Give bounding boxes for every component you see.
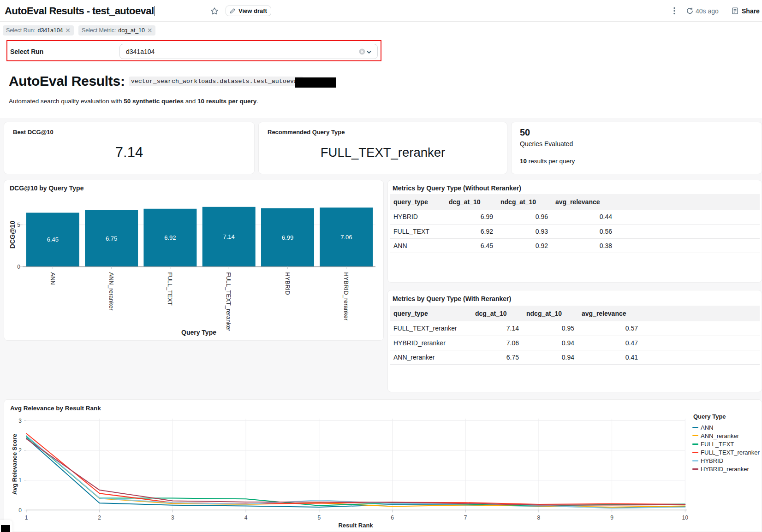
svg-text:9: 9 xyxy=(610,514,613,521)
svg-text:6.92: 6.92 xyxy=(164,234,176,241)
svg-text:2: 2 xyxy=(98,514,101,521)
svg-text:8: 8 xyxy=(537,514,541,521)
svg-text:2: 2 xyxy=(18,447,22,454)
svg-text:FULL_TEXT_reranker: FULL_TEXT_reranker xyxy=(225,272,232,332)
svg-text:3: 3 xyxy=(171,514,174,521)
svg-text:0: 0 xyxy=(17,264,20,270)
svg-text:6.99: 6.99 xyxy=(282,234,293,241)
svg-text:4: 4 xyxy=(244,514,248,521)
svg-text:1: 1 xyxy=(25,514,28,521)
svg-text:5: 5 xyxy=(17,222,20,228)
svg-text:6: 6 xyxy=(391,514,394,521)
svg-text:Result Rank: Result Rank xyxy=(338,522,373,529)
svg-text:ANN_reranker: ANN_reranker xyxy=(108,272,115,311)
svg-text:FULL_TEXT: FULL_TEXT xyxy=(167,272,173,306)
svg-text:HYBRID: HYBRID xyxy=(284,272,291,295)
svg-text:3: 3 xyxy=(18,418,22,424)
svg-text:7.14: 7.14 xyxy=(223,233,235,240)
svg-text:10: 10 xyxy=(682,514,689,521)
svg-text:6.45: 6.45 xyxy=(47,236,59,243)
svg-text:7: 7 xyxy=(464,514,467,521)
svg-text:Avg Relevance Score: Avg Relevance Score xyxy=(11,434,18,495)
svg-text:5: 5 xyxy=(317,514,321,521)
svg-text:Query Type: Query Type xyxy=(181,329,216,336)
svg-text:6.75: 6.75 xyxy=(106,235,117,242)
svg-text:ANN: ANN xyxy=(49,272,56,285)
svg-text:7.06: 7.06 xyxy=(340,234,352,241)
svg-text:0: 0 xyxy=(18,507,22,514)
svg-text:DCG@10: DCG@10 xyxy=(9,221,16,249)
svg-text:HYBRID_reranker: HYBRID_reranker xyxy=(343,272,350,321)
svg-text:1: 1 xyxy=(18,477,22,484)
